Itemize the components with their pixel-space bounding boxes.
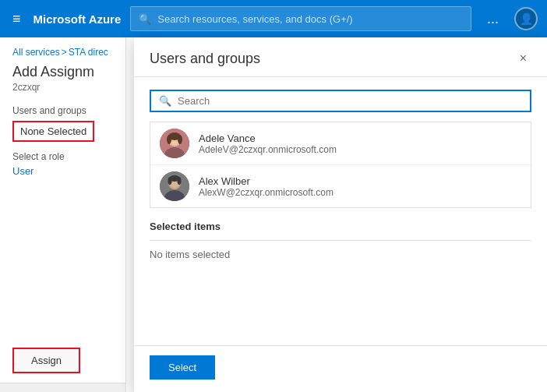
- user-role-link[interactable]: User: [12, 165, 113, 177]
- svg-point-12: [168, 177, 172, 185]
- navbar: ≡ Microsoft Azure 🔍 ... 👤: [0, 0, 547, 37]
- user-email-adele: AdeleV@2czxqr.onmicrosoft.com: [199, 144, 337, 155]
- search-icon: 🔍: [139, 13, 151, 25]
- breadcrumb-sta-direct[interactable]: STA direc: [69, 47, 108, 58]
- brand-name: Microsoft Azure: [34, 12, 122, 26]
- user-info-alex: Alex Wilber AlexW@2czxqr.onmicrosoft.com: [199, 175, 333, 198]
- avatar-adele: [160, 129, 189, 158]
- avatar[interactable]: 👤: [514, 7, 538, 30]
- user-list: Adele Vance AdeleV@2czxqr.onmicrosoft.co…: [150, 122, 531, 208]
- no-items-selected-text: No items selected: [150, 249, 531, 260]
- assign-button[interactable]: Assign: [12, 348, 80, 373]
- svg-point-6: [178, 135, 182, 144]
- select-role-label: Select a role: [12, 151, 113, 162]
- global-search-input[interactable]: [157, 13, 463, 25]
- none-selected-box[interactable]: None Selected: [12, 121, 94, 142]
- avatar-alex: [160, 171, 189, 201]
- user-info-adele: Adele Vance AdeleV@2czxqr.onmicrosoft.co…: [199, 132, 337, 155]
- user-item-adele[interactable]: Adele Vance AdeleV@2czxqr.onmicrosoft.co…: [150, 122, 531, 165]
- assign-button-container: Assign: [12, 348, 80, 373]
- user-item-alex[interactable]: Alex Wilber AlexW@2czxqr.onmicrosoft.com: [150, 165, 531, 207]
- more-options-icon[interactable]: ...: [481, 8, 505, 30]
- user-name-alex: Alex Wilber: [199, 175, 333, 187]
- modal-footer: Select: [134, 345, 547, 392]
- main-layout: All services > STA direc Add Assignm 2cz…: [0, 37, 547, 392]
- breadcrumb-sep-1: >: [62, 47, 67, 58]
- horizontal-scrollbar[interactable]: [0, 383, 126, 392]
- breadcrumb-all-services[interactable]: All services: [12, 47, 60, 58]
- left-panel: All services > STA direc Add Assignm 2cz…: [0, 37, 126, 392]
- avatar-icon: 👤: [520, 12, 533, 25]
- right-panel: Users and groups × 🔍: [126, 37, 547, 392]
- selected-items-title: Selected items: [150, 221, 531, 232]
- hamburger-icon[interactable]: ≡: [9, 8, 24, 30]
- users-groups-label: Users and groups: [12, 105, 113, 116]
- modal-search-input[interactable]: [178, 95, 522, 107]
- modal: Users and groups × 🔍: [134, 37, 547, 392]
- modal-search-icon: 🔍: [159, 95, 171, 107]
- modal-close-button[interactable]: ×: [515, 50, 531, 67]
- modal-body: 🔍: [134, 77, 547, 345]
- page-subtitle: 2czxqr: [12, 82, 113, 93]
- user-email-alex: AlexW@2czxqr.onmicrosoft.com: [199, 187, 333, 198]
- page-title: Add Assignm: [12, 64, 113, 80]
- svg-point-13: [178, 177, 182, 185]
- svg-point-5: [167, 135, 171, 144]
- select-button[interactable]: Select: [150, 355, 215, 380]
- modal-search-box[interactable]: 🔍: [150, 90, 531, 112]
- breadcrumb: All services > STA direc: [12, 47, 113, 58]
- global-search-box[interactable]: 🔍: [130, 6, 471, 31]
- selected-items-section: Selected items No items selected: [150, 221, 531, 333]
- modal-header: Users and groups ×: [134, 37, 547, 77]
- user-name-adele: Adele Vance: [199, 132, 337, 144]
- modal-title: Users and groups: [150, 51, 260, 67]
